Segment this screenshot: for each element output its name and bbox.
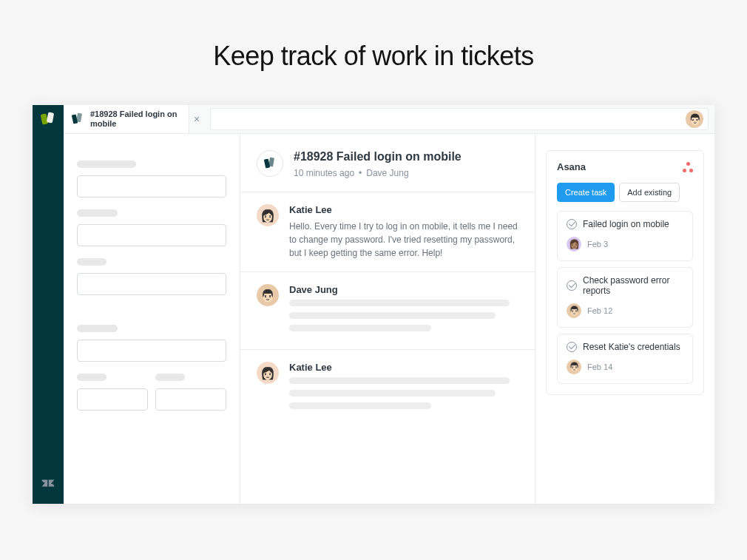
placeholder-label	[155, 374, 185, 381]
main-area: #18928 Failed login on mobile × 👨🏻	[64, 105, 714, 504]
avatar: 👨🏻	[257, 284, 279, 306]
check-icon[interactable]	[567, 280, 577, 291]
close-icon[interactable]: ×	[189, 113, 204, 125]
check-icon[interactable]	[567, 219, 577, 229]
message-author: Dave Jung	[289, 284, 518, 295]
avatar: 👩🏻	[257, 362, 279, 384]
placeholder-input[interactable]	[77, 273, 226, 295]
avatar[interactable]: 👨🏻	[686, 110, 703, 128]
placeholder-label	[77, 161, 136, 168]
task-date: Feb 3	[587, 240, 608, 249]
placeholder-label	[77, 374, 107, 381]
placeholder-line	[289, 325, 431, 331]
thread-header: #18928 Failed login on mobile 10 minutes…	[240, 134, 535, 192]
task-title: Failed login on mobile	[583, 219, 669, 229]
message: 👩🏻 Katie Lee	[240, 349, 535, 427]
ticket-source-icon	[257, 150, 283, 177]
ticket-thread: #18928 Failed login on mobile 10 minutes…	[240, 134, 535, 504]
avatar: 👩🏻	[257, 204, 279, 226]
placeholder-input[interactable]	[77, 224, 226, 246]
message-author: Katie Lee	[289, 204, 518, 215]
task-card[interactable]: Reset Katie's credentials 👨🏻 Feb 14	[557, 334, 693, 384]
placeholder-input[interactable]	[77, 388, 148, 411]
message: 👩🏻 Katie Lee Hello. Every time I try to …	[240, 192, 535, 271]
create-task-button[interactable]: Create task	[557, 183, 615, 202]
asana-logo-icon	[683, 162, 693, 172]
placeholder-line	[289, 377, 510, 384]
placeholder-label	[77, 258, 107, 266]
task-card[interactable]: Check password error reports 👨🏻 Feb 12	[557, 267, 693, 328]
task-date: Feb 14	[587, 362, 612, 371]
placeholder-input[interactable]	[155, 388, 226, 411]
check-icon[interactable]	[567, 342, 577, 352]
message-text: Hello. Every time I try to log in on mob…	[289, 220, 518, 260]
content-row: #18928 Failed login on mobile 10 minutes…	[64, 134, 714, 504]
placeholder-line	[289, 312, 496, 319]
avatar: 👨🏻	[567, 303, 581, 318]
top-bar: #18928 Failed login on mobile × 👨🏻	[64, 105, 714, 134]
ticket-icon	[71, 112, 84, 126]
placeholder-input[interactable]	[77, 340, 226, 362]
asana-widget: Asana Create task Add existing Failed lo…	[546, 150, 704, 395]
task-title: Check password error reports	[583, 275, 683, 296]
message-author: Katie Lee	[289, 362, 518, 373]
avatar: 👨🏻	[567, 360, 581, 374]
zendesk-logo-icon[interactable]	[40, 111, 56, 127]
placeholder-line	[289, 300, 510, 306]
placeholder-line	[289, 390, 496, 397]
zendesk-z-icon[interactable]	[41, 476, 55, 495]
placeholder-input[interactable]	[77, 175, 226, 198]
asana-title: Asana	[557, 161, 586, 172]
ticket-author: Dave Jung	[366, 168, 408, 178]
placeholder-label	[77, 209, 118, 217]
task-title: Reset Katie's credentials	[583, 342, 680, 352]
right-panel: Asana Create task Add existing Failed lo…	[535, 134, 714, 504]
tab-title: #18928 Failed login on mobile	[90, 109, 181, 129]
page-title: Keep track of work in tickets	[0, 0, 747, 105]
search-bar[interactable]: 👨🏻	[210, 108, 709, 130]
ticket-tab[interactable]: #18928 Failed login on mobile	[64, 105, 189, 133]
placeholder-label	[77, 325, 118, 332]
add-existing-button[interactable]: Add existing	[619, 183, 680, 202]
ticket-meta: 10 minutes ago•Dave Jung	[294, 168, 462, 178]
placeholder-line	[289, 402, 431, 409]
side-panel	[64, 134, 240, 504]
message: 👨🏻 Dave Jung	[240, 271, 535, 349]
ticket-timestamp: 10 minutes ago	[294, 168, 354, 178]
left-rail	[33, 105, 64, 504]
app-window: #18928 Failed login on mobile × 👨🏻	[33, 105, 714, 504]
task-card[interactable]: Failed login on mobile 👩🏽 Feb 3	[557, 211, 693, 261]
task-date: Feb 12	[587, 306, 612, 315]
ticket-title: #18928 Failed login on mobile	[294, 150, 462, 163]
avatar: 👩🏽	[567, 237, 581, 252]
